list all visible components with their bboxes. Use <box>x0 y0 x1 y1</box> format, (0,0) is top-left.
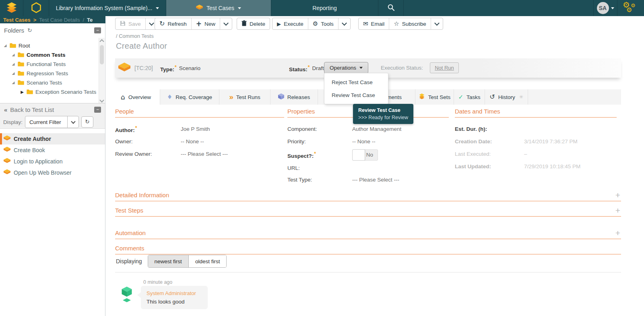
subscribe-label: Subscribe <box>402 21 426 27</box>
field-value[interactable]: -- None -- <box>352 138 376 145</box>
chevron-down-icon <box>611 7 614 9</box>
section-comments[interactable]: Comments <box>115 245 621 254</box>
test-case-list: Create Author Create Book Login to Appli… <box>0 133 105 178</box>
comments-divider <box>115 272 621 273</box>
email-label: Email <box>371 21 385 27</box>
requirement-icon: ♦ <box>167 94 172 100</box>
field-test-type: Test Type: --- Please Select --- <box>287 173 449 186</box>
breadcrumb-page[interactable]: Test Case Details <box>39 17 80 23</box>
scroll-up-icon[interactable] <box>99 39 104 43</box>
test-case-diamond-icon <box>118 62 130 74</box>
save-button[interactable]: Save <box>116 18 146 29</box>
nav-reporting[interactable]: Reporting <box>271 0 378 16</box>
expand-plus-icon[interactable]: + <box>615 190 620 200</box>
breadcrumb-separator: / <box>83 17 84 23</box>
tab-tasks[interactable]: ✓ Tasks <box>454 89 485 105</box>
breadcrumb-section[interactable]: Test Cases <box>3 17 31 23</box>
execution-status-badge[interactable]: Not Run <box>430 62 459 73</box>
workspace-logo-button[interactable] <box>23 0 49 16</box>
field-value[interactable]: Joe P Smith <box>181 126 210 132</box>
list-item-create-author[interactable]: Create Author <box>0 133 105 145</box>
menu-item-review-test-case[interactable]: Review Test Case <box>324 89 388 101</box>
tree-item-root[interactable]: ◢ Root <box>0 41 98 50</box>
field-value[interactable]: -- None -- <box>181 138 204 145</box>
field-label: Test Type: <box>287 177 352 183</box>
app-logo-button[interactable] <box>0 0 23 16</box>
delete-button[interactable]: Delete <box>237 18 270 29</box>
folder-path[interactable]: / Common Tests <box>116 33 154 39</box>
collapse-panel-button[interactable]: − <box>94 27 101 33</box>
product-menu[interactable]: Library Information System (Sample)... <box>49 0 166 16</box>
field-priority: Priority: -- None -- <box>287 135 449 148</box>
scrollbar-thumb[interactable] <box>100 45 104 64</box>
refresh-button[interactable]: ↻ Refresh <box>155 18 192 29</box>
trash-icon <box>242 20 247 27</box>
chevron-down-icon <box>223 21 229 26</box>
field-value[interactable]: Author Management <box>352 126 401 132</box>
section-test-steps[interactable]: Test Steps + <box>115 207 621 217</box>
subscribe-menu-button[interactable] <box>431 18 443 29</box>
subscribe-button[interactable]: ☆ Subscribe <box>389 18 431 29</box>
expander-icon[interactable]: ◢ <box>3 44 7 48</box>
user-menu[interactable]: SA <box>593 0 617 16</box>
sort-oldest-button[interactable]: oldest first <box>189 255 227 267</box>
tree-item-label: Root <box>19 43 30 49</box>
execute-button[interactable]: ▶ Execute <box>272 18 308 29</box>
admin-settings-button[interactable]: ⚙ ⚙ ⚙ <box>617 0 644 16</box>
expander-icon[interactable]: ▶ <box>20 90 24 94</box>
expander-icon[interactable]: ◢ <box>11 81 15 85</box>
field-value: 3/14/2019 7:36:27 PM <box>524 138 578 145</box>
field-value[interactable]: --- Please Select --- <box>352 177 399 183</box>
tree-item-scenario-tests[interactable]: ◢ Scenario Tests <box>0 78 98 87</box>
tab-test-sets[interactable]: Test Sets <box>415 89 454 105</box>
expand-plus-icon[interactable]: + <box>615 228 620 238</box>
tab-releases[interactable]: Releases <box>270 89 318 105</box>
field-label: URL: <box>287 165 352 171</box>
nav-reporting-label: Reporting <box>312 5 337 11</box>
tree-item-exception-scenario-tests[interactable]: ▶ Exception Scenario Tests <box>0 87 98 97</box>
tree-scrollbar[interactable] <box>99 38 105 103</box>
suspect-toggle[interactable]: No <box>352 149 378 161</box>
section-detailed-information[interactable]: Detailed Information + <box>115 192 621 201</box>
type-value[interactable]: Scenario <box>179 65 200 71</box>
tab-req-coverage[interactable]: ♦ Req. Coverage <box>160 89 219 105</box>
expand-plus-icon[interactable]: + <box>615 206 620 215</box>
field-value[interactable]: --- Please Select --- <box>181 151 228 157</box>
refresh-list-button[interactable]: ↻ <box>81 116 93 128</box>
scroll-down-icon[interactable] <box>99 98 104 102</box>
expander-icon[interactable]: ◢ <box>11 53 15 57</box>
tools-button[interactable]: ⚙ Tools <box>308 18 339 29</box>
operations-button[interactable]: Operations <box>324 62 368 74</box>
tab-test-runs[interactable]: » Test Runs <box>219 89 270 105</box>
field-label: Last Executed: <box>455 151 524 157</box>
list-item-label: Create Book <box>14 147 45 153</box>
nav-test-cases[interactable]: Test Cases <box>166 0 271 16</box>
tab-history[interactable]: ↺ History ✳ <box>485 89 528 105</box>
section-automation[interactable]: Automation + <box>115 229 621 239</box>
tree-item-common-tests[interactable]: ◢ Common Tests <box>0 50 98 60</box>
collapse-panel-button[interactable]: − <box>94 107 101 113</box>
breadcrumb: Test Cases > Test Case Details / Te <box>0 16 105 23</box>
list-item-login-to-application[interactable]: Login to Application <box>0 156 105 167</box>
tree-item-functional-tests[interactable]: ◢ Functional Tests <box>0 60 98 69</box>
search-button[interactable] <box>378 0 403 16</box>
menu-item-reject-test-case[interactable]: Reject Test Case <box>324 76 388 89</box>
tree-item-regression-tests[interactable]: ◢ Regression Tests <box>0 69 98 78</box>
back-to-test-list[interactable]: « Back to Test List − <box>0 103 105 116</box>
refresh-icon[interactable]: ↻ <box>27 27 32 33</box>
new-menu-button[interactable] <box>220 18 232 29</box>
sort-newest-button[interactable]: newest first <box>148 255 189 267</box>
list-item-open-up-web-browser[interactable]: Open Up Web Browser <box>0 167 105 178</box>
comment-author[interactable]: System Administrator <box>147 290 202 296</box>
expander-icon[interactable]: ◢ <box>11 62 15 66</box>
new-button[interactable]: + New <box>192 18 220 29</box>
tools-menu-button[interactable] <box>339 18 350 29</box>
display-filter-select[interactable]: Current Filter <box>25 116 79 128</box>
email-button[interactable]: ✉ Email <box>359 18 389 29</box>
tab-overview[interactable]: ⌂ Overview <box>112 89 160 105</box>
expander-icon[interactable]: ◢ <box>11 72 15 75</box>
list-item-create-book[interactable]: Create Book <box>0 145 105 156</box>
toolbar-group-save: Save <box>115 18 158 30</box>
chevron-down-icon <box>149 21 154 26</box>
comment-avatar-cube-icon <box>121 287 133 304</box>
